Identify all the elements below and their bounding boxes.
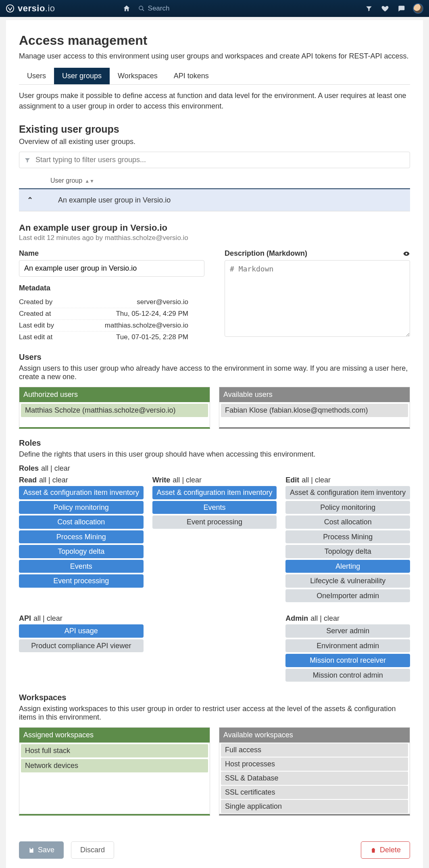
list-item[interactable]: Fabian Klose (fabian.klose@qmethods.com) — [221, 404, 408, 417]
role-group-controls: Adminall | clear — [285, 614, 410, 623]
role-pill[interactable]: Events — [19, 560, 144, 573]
list-item[interactable]: Full access — [221, 743, 408, 757]
chat-icon[interactable] — [397, 4, 406, 13]
list-item[interactable]: Host full stack — [21, 744, 208, 757]
users-desc: Assign users to this user group who alre… — [19, 364, 410, 381]
role-pill[interactable]: OneImporter admin — [285, 589, 410, 603]
role-col-read: Readall | clearAsset & configuration ite… — [19, 474, 144, 604]
role-pill[interactable]: Events — [152, 501, 277, 514]
home-icon[interactable] — [122, 4, 131, 13]
available-users-title: Available users — [219, 387, 410, 402]
svg-point-1 — [139, 6, 143, 10]
role-all-link[interactable]: all — [310, 614, 318, 622]
filter-icon — [24, 157, 31, 163]
role-clear-link[interactable]: clear — [54, 464, 70, 472]
group-row-expanded[interactable]: ⌃ An example user group in Versio.io — [19, 189, 410, 211]
topbar: versio.io Search — [0, 0, 429, 17]
name-input[interactable] — [19, 260, 204, 277]
role-pill[interactable]: Asset & configuration item inventory — [152, 486, 277, 499]
save-button[interactable]: Save — [19, 841, 64, 859]
role-pill[interactable]: Lifecycle & vulnerability — [285, 574, 410, 588]
available-workspaces-title: Available workspaces — [219, 728, 410, 743]
filter-icon[interactable] — [364, 4, 373, 13]
list-item[interactable]: Matthias Scholze (matthias.scholze@versi… — [21, 404, 208, 417]
role-pill[interactable]: Event processing — [19, 574, 144, 588]
health-icon[interactable] — [381, 4, 389, 13]
role-group-controls: Readall | clear — [19, 476, 144, 484]
brand-name: versio — [18, 3, 45, 13]
brand[interactable]: versio.io — [6, 3, 55, 14]
detail-title: An example user group in Versio.io — [19, 223, 410, 233]
svg-point-0 — [6, 5, 14, 12]
role-pill[interactable]: Product compliance API viewer — [19, 639, 144, 653]
role-pill[interactable]: Event processing — [152, 515, 277, 529]
users-heading: Users — [19, 353, 410, 362]
role-all-link[interactable]: all — [41, 464, 48, 472]
role-group-controls: Rolesall | clear — [19, 464, 410, 473]
delete-button[interactable]: Delete — [361, 841, 410, 859]
brand-suffix: .io — [45, 3, 55, 13]
role-all-link[interactable]: all — [33, 614, 41, 622]
authorized-users-panel: Authorized users Matthias Scholze (matth… — [19, 387, 210, 429]
page-lead: Manage user access to this environment u… — [19, 52, 410, 61]
roles-heading: Roles — [19, 438, 410, 448]
role-pill[interactable]: Environment admin — [285, 639, 410, 653]
eye-icon[interactable] — [403, 250, 410, 257]
role-pill[interactable]: Topology delta — [285, 545, 410, 558]
role-pill[interactable]: API usage — [19, 624, 144, 638]
metadata-row: Created atThu, 05-12-24, 4:29 PM — [19, 308, 188, 320]
filter-input[interactable] — [35, 155, 405, 165]
page-title: Access management — [19, 33, 410, 48]
role-all-link[interactable]: all — [173, 476, 180, 484]
role-all-link[interactable]: all — [39, 476, 46, 484]
role-pill[interactable]: Policy monitoring — [285, 501, 410, 514]
list-item[interactable]: Single application — [221, 800, 408, 813]
role-group-controls: Writeall | clear — [152, 476, 277, 484]
workspaces-heading: Workspaces — [19, 693, 410, 702]
role-clear-link[interactable]: clear — [52, 476, 68, 484]
role-pill[interactable]: Alerting — [285, 560, 410, 573]
role-pill[interactable]: Policy monitoring — [19, 501, 144, 514]
role-group-controls: Editall | clear — [285, 476, 410, 484]
column-header-user-group[interactable]: User group▲▼ — [19, 175, 410, 189]
role-clear-link[interactable]: clear — [47, 614, 62, 622]
discard-button[interactable]: Discard — [71, 841, 114, 859]
role-pill[interactable]: Cost allocation — [19, 515, 144, 529]
role-pill[interactable]: Topology delta — [19, 545, 144, 558]
role-group-controls: APIall | clear — [19, 614, 144, 623]
list-item[interactable]: Host processes — [221, 757, 408, 771]
group-row-name: An example user group in Versio.io — [43, 196, 171, 204]
metadata-row: Last edit atTue, 07-01-25, 2:28 PM — [19, 332, 188, 343]
filter-groups[interactable] — [19, 152, 410, 168]
role-pill[interactable]: Asset & configuration item inventory — [19, 486, 144, 499]
role-all-link[interactable]: all — [302, 476, 309, 484]
save-icon — [28, 847, 35, 853]
tab-workspaces[interactable]: Workspaces — [110, 68, 166, 84]
role-clear-link[interactable]: clear — [315, 476, 331, 484]
role-pill[interactable]: Asset & configuration item inventory — [285, 486, 410, 499]
metadata-heading: Metadata — [19, 284, 204, 292]
authorized-users-title: Authorized users — [19, 387, 210, 402]
list-item[interactable]: SSL & Database — [221, 772, 408, 785]
avatar[interactable] — [413, 3, 423, 14]
role-pill[interactable]: Cost allocation — [285, 515, 410, 529]
assigned-workspaces-title: Assigned workspaces — [19, 728, 210, 743]
list-item[interactable]: Network devices — [21, 759, 208, 772]
tab-api-tokens[interactable]: API tokens — [166, 68, 217, 84]
role-pill[interactable]: Server admin — [285, 624, 410, 638]
desc-textarea[interactable] — [225, 260, 410, 337]
list-item[interactable]: SSL certificates — [221, 786, 408, 799]
metadata-row: Last edit bymatthias.scholze@versio.io — [19, 320, 188, 332]
tabs: UsersUser groupsWorkspacesAPI tokens — [19, 68, 410, 85]
tab-users[interactable]: Users — [19, 68, 54, 84]
role-pill[interactable]: Mission control admin — [285, 669, 410, 682]
role-clear-link[interactable]: clear — [186, 476, 202, 484]
role-clear-link[interactable]: clear — [324, 614, 339, 622]
available-users-panel: Available users Fabian Klose (fabian.klo… — [219, 387, 410, 429]
role-pill[interactable]: Process Mining — [285, 530, 410, 544]
tab-user-groups[interactable]: User groups — [54, 68, 110, 84]
role-pill[interactable]: Mission control receiver — [285, 654, 410, 667]
role-pill[interactable]: Process Mining — [19, 530, 144, 544]
last-edit: Last edit 12 minutes ago by matthias.sch… — [19, 234, 410, 242]
global-search[interactable]: Search — [138, 4, 170, 13]
